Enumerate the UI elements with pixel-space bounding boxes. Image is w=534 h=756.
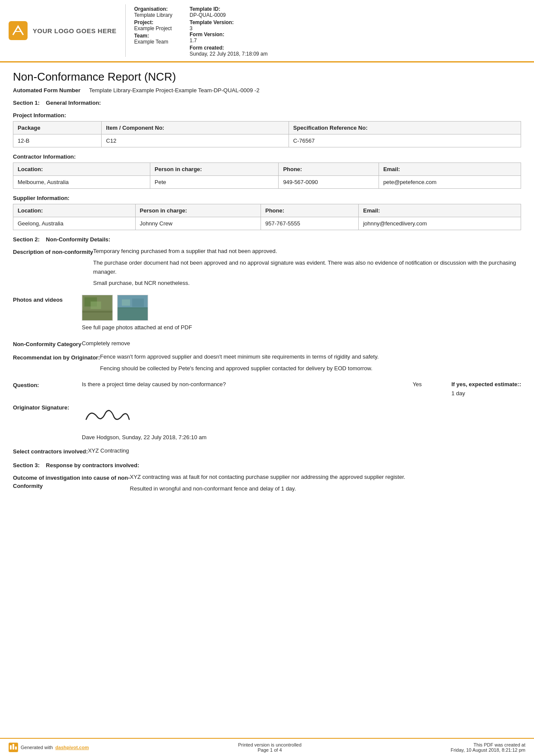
org-row: Organisation: Template Library	[134, 6, 173, 18]
originator-signature-value: Dave Hodgson, Sunday, 22 July 2018, 7:26…	[82, 403, 521, 443]
footer-page: Page 1 of 4	[238, 747, 301, 753]
svg-rect-13	[12, 744, 14, 750]
footer: Generated with dashpivot.com Printed ver…	[0, 738, 534, 756]
originator-signature-label: Originator Signature:	[13, 403, 82, 443]
signature-image	[82, 403, 521, 434]
signature-row: Originator Signature: Dave Hodgson, Sund…	[13, 403, 521, 443]
recommendation-label: Recommendat ion by Originator:	[13, 353, 100, 376]
cell-phone: 957-767-5555	[261, 217, 359, 230]
section2-header: Section 2: Non-Conformity Details:	[13, 236, 521, 243]
description-row: Description of non-conformity Temporary …	[13, 247, 521, 291]
col-phone: Phone:	[279, 163, 379, 176]
originator-signature-text: Dave Hodgson, Sunday, 22 July 2018, 7:26…	[82, 434, 207, 440]
footer-right: This PDF was created at Friday, 10 Augus…	[451, 742, 525, 753]
photos-caption: See full page photos attached at end of …	[82, 323, 521, 332]
cell-person: Pete	[150, 176, 279, 189]
svg-rect-14	[15, 747, 17, 750]
photos-value: See full page photos attached at end of …	[82, 295, 521, 335]
footer-uncontrolled: Printed version is uncontrolled	[238, 742, 301, 747]
question-row: Question: Is there a project time delay …	[13, 380, 521, 398]
question-value: Is there a project time delay caused by …	[82, 380, 521, 398]
outcome-row: Outcome of investigation into cause of n…	[13, 473, 521, 496]
question-text: Is there a project time delay caused by …	[82, 380, 400, 389]
contractors-value: XYZ Contracting	[88, 447, 521, 456]
outcome-value: XYZ contracting was at fault for not con…	[130, 473, 521, 496]
outcome-line-2: Resulted in wrongful and non-conformant …	[130, 484, 521, 494]
question-label: Question:	[13, 380, 82, 398]
recommendation-line-2: Fencing should be collected by Pete's fe…	[100, 364, 521, 373]
form-number-row: Automated Form Number Template Library-E…	[13, 87, 521, 94]
cell-email: johnny@fencedlivery.com	[359, 217, 521, 230]
svg-rect-8	[122, 300, 130, 306]
form-number-value: Template Library-Example Project-Example…	[89, 87, 260, 94]
photos-row: Photos and videos	[13, 295, 521, 335]
col-email: Email:	[379, 163, 521, 176]
photos-thumbs	[82, 295, 521, 321]
report-title: Non-Conformance Report (NCR)	[13, 70, 521, 84]
table-row: Melbourne, Australia Pete 949-567-0090 p…	[13, 176, 521, 189]
header-meta-right: Template ID: DP-QUAL-0009 Template Versi…	[189, 6, 267, 57]
section2-num: Section 2:	[13, 236, 40, 243]
nc-category-value: Completely remove	[82, 339, 521, 349]
table-row: 12-B C12 C-76567	[13, 134, 521, 147]
outcome-label: Outcome of investigation into cause of n…	[13, 473, 130, 496]
logo-text: YOUR LOGO GOES HERE	[33, 27, 117, 34]
header-meta-left: Organisation: Template Library Project: …	[134, 6, 173, 45]
description-line-1: Temporary fencing purchased from a suppl…	[93, 247, 521, 256]
nc-category-row: Non-Conformity Category Completely remov…	[13, 339, 521, 349]
form-created-row: Form created: Sunday, 22 July 2018, 7:18…	[189, 45, 267, 57]
contractors-row: Select contractors involved: XYZ Contrac…	[13, 447, 521, 456]
header-meta: Organisation: Template Library Project: …	[134, 4, 525, 57]
photo-thumb-2	[117, 295, 148, 321]
table-row: Geelong, Australia Johnny Crew 957-767-5…	[13, 217, 521, 230]
cell-phone: 949-567-0090	[279, 176, 379, 189]
outcome-line-1: XYZ contracting was at fault for not con…	[130, 473, 521, 482]
question-answer-row: Is there a project time delay caused by …	[82, 380, 521, 398]
page: YOUR LOGO GOES HERE Organisation: Templa…	[0, 0, 534, 756]
form-number-label: Automated Form Number	[13, 87, 81, 94]
template-version-row: Template Version: 3 Form Version: 1.7	[189, 19, 267, 44]
contractor-info-heading: Contractor Information:	[13, 153, 521, 160]
col-package: Package	[13, 122, 102, 134]
question-estimate: If yes, expected estimate:: 1 day	[451, 380, 521, 398]
header: YOUR LOGO GOES HERE Organisation: Templa…	[0, 0, 534, 62]
footer-center: Printed version is uncontrolled Page 1 o…	[238, 742, 301, 753]
section3-title: Response by contractors involved:	[46, 462, 140, 469]
footer-left: Generated with dashpivot.com	[9, 743, 89, 752]
section3-header: Section 3: Response by contractors invol…	[13, 462, 521, 469]
section1-header: Section 1: General Information:	[13, 100, 521, 106]
content: Non-Conformance Report (NCR) Automated F…	[0, 62, 534, 738]
description-label: Description of non-conformity	[13, 247, 93, 291]
cell-email: pete@petefence.com	[379, 176, 521, 189]
question-estimate-label: If yes, expected estimate::	[451, 380, 521, 389]
cell-location: Melbourne, Australia	[13, 176, 150, 189]
svg-rect-9	[132, 299, 144, 307]
col-location: Location:	[13, 204, 136, 217]
footer-generated-text: Generated with	[21, 745, 53, 750]
supplier-info-table: Location: Person in charge: Phone: Email…	[13, 204, 521, 230]
project-info-table: Package Item / Component No: Specificati…	[13, 121, 521, 147]
footer-created-label: This PDF was created at	[451, 742, 525, 747]
footer-brand-link[interactable]: dashpivot.com	[56, 745, 89, 750]
section2-title: Non-Conformity Details:	[46, 236, 111, 243]
recommendation-line-1: Fence wasn't form approved supplier and …	[100, 353, 521, 362]
question-estimate-value: 1 day	[451, 389, 521, 398]
description-value: Temporary fencing purchased from a suppl…	[93, 247, 521, 291]
col-phone: Phone:	[261, 204, 359, 217]
col-person: Person in charge:	[135, 204, 261, 217]
question-yes: Yes	[413, 380, 438, 389]
svg-rect-3	[91, 302, 101, 309]
logo-area: YOUR LOGO GOES HERE	[9, 4, 126, 57]
col-email: Email:	[359, 204, 521, 217]
project-row: Project: Example Project	[134, 19, 173, 31]
svg-rect-4	[82, 310, 112, 320]
col-location: Location:	[13, 163, 150, 176]
col-item: Item / Component No:	[102, 122, 289, 134]
conformity-label: Conformity	[13, 483, 43, 489]
col-person: Person in charge:	[150, 163, 279, 176]
section1-num: Section 1:	[13, 100, 40, 106]
cell-package: 12-B	[13, 134, 102, 147]
section3-num: Section 3:	[13, 462, 40, 469]
recommendation-row: Recommendat ion by Originator: Fence was…	[13, 353, 521, 376]
nc-category-label: Non-Conformity Category	[13, 339, 82, 349]
